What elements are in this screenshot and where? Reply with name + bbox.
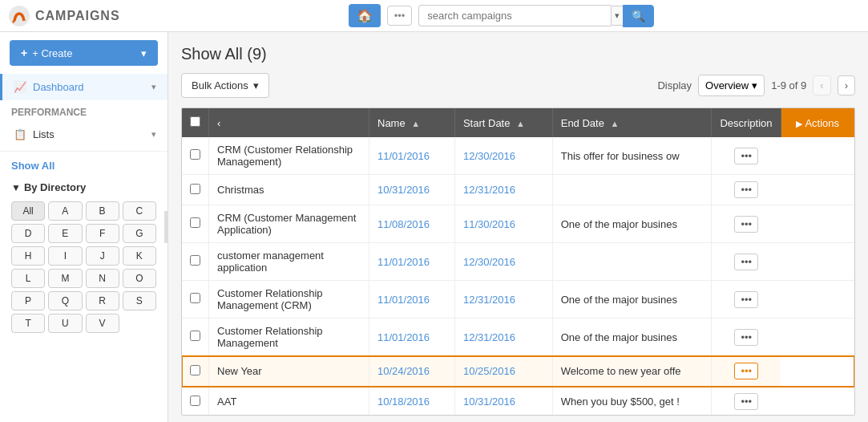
th-start-date[interactable]: Start Date ▲	[454, 108, 552, 137]
dir-btn-i[interactable]: I	[48, 246, 82, 266]
dir-btn-c[interactable]: C	[123, 201, 156, 221]
show-all-link[interactable]: Show All	[0, 155, 168, 177]
select-all-checkbox[interactable]	[190, 116, 200, 127]
lists-chevron-icon: ▾	[151, 129, 156, 140]
row-checkbox-cell[interactable]	[182, 243, 209, 281]
dir-btn-o[interactable]: O	[123, 269, 156, 288]
row-actions-cell-5: •••	[712, 319, 781, 356]
th-end-date[interactable]: End Date ▲	[552, 108, 712, 137]
row-actions-cell-2: •••	[712, 205, 781, 243]
dir-btn-b[interactable]: B	[86, 201, 119, 221]
chart-icon: 📈	[14, 81, 26, 93]
more-options-button[interactable]: •••	[387, 6, 413, 26]
row-checkbox-cell[interactable]	[182, 319, 209, 356]
row-actions-button-7[interactable]: •••	[734, 393, 758, 410]
next-page-button[interactable]: ›	[838, 75, 855, 95]
dir-btn-q[interactable]: Q	[48, 291, 82, 310]
th-name[interactable]: Name ▲	[369, 108, 455, 137]
row-checkbox-0[interactable]	[190, 149, 200, 160]
row-desc-2: One of the major busines	[552, 205, 712, 243]
row-actions-button-0[interactable]: •••	[734, 148, 758, 164]
dir-btn-v[interactable]: V	[86, 314, 119, 333]
overview-label: Overview	[705, 79, 749, 91]
dir-btn-p[interactable]: P	[11, 291, 45, 310]
content-area: Show All (9) Bulk Actions ▾ Display Over…	[168, 32, 868, 422]
row-checkbox-cell[interactable]	[182, 356, 209, 387]
row-checkbox-cell[interactable]	[182, 175, 209, 205]
row-desc-4: One of the major busines	[552, 281, 712, 319]
row-actions-cell-3: •••	[712, 243, 781, 281]
create-button[interactable]: + + Create ▾	[10, 40, 158, 66]
row-checkbox-cell[interactable]	[182, 387, 209, 416]
sidebar-item-dashboard[interactable]: 📈 Dashboard ▾	[0, 74, 168, 100]
nav-center: 🏠 ••• ▾ 🔍	[143, 4, 860, 27]
row-start-date-3: 11/01/2016	[369, 243, 455, 281]
overview-chevron-icon: ▾	[752, 79, 757, 91]
sidebar-item-lists[interactable]: 📋 Lists ▾	[0, 121, 168, 148]
dir-btn-a[interactable]: A	[48, 201, 82, 221]
dir-btn-m[interactable]: M	[48, 269, 82, 288]
th-description[interactable]: Description	[712, 108, 781, 137]
overview-dropdown[interactable]: Overview ▾	[698, 75, 765, 96]
row-actions-button-2[interactable]: •••	[734, 216, 758, 233]
create-label: + Create	[32, 47, 72, 59]
row-actions-button-1[interactable]: •••	[734, 181, 758, 198]
dir-btn-all[interactable]: All	[11, 201, 45, 221]
dir-btn-u[interactable]: U	[48, 314, 82, 333]
row-end-date-5: 12/31/2016	[454, 319, 552, 356]
row-checkbox-4[interactable]	[190, 293, 200, 303]
search-button[interactable]: 🔍	[623, 5, 654, 27]
row-actions-button-4[interactable]: •••	[734, 291, 758, 308]
dir-btn-r[interactable]: R	[86, 291, 119, 310]
row-actions-button-6[interactable]: •••	[734, 363, 758, 379]
dir-btn-f[interactable]: F	[86, 224, 119, 243]
row-start-date-2: 11/08/2016	[369, 205, 455, 243]
sidebar-collapse-handle[interactable]: ‹	[164, 211, 168, 243]
brand-text: CAMPAIGNS	[35, 9, 120, 23]
row-name-cell-6: New Year	[209, 356, 369, 387]
row-checkbox-7[interactable]	[190, 396, 200, 406]
row-actions-button-5[interactable]: •••	[734, 329, 758, 346]
row-name-cell-4: Customer Relationship Management (CRM)	[209, 281, 369, 319]
row-desc-3	[552, 243, 712, 281]
th-checkbox[interactable]	[182, 108, 209, 137]
row-checkbox-2[interactable]	[190, 217, 200, 228]
row-start-date-4: 11/01/2016	[369, 281, 455, 319]
row-desc-5: One of the major busines	[552, 319, 712, 356]
row-checkbox-6[interactable]	[190, 365, 200, 375]
dir-btn-l[interactable]: L	[11, 269, 45, 288]
prev-page-button[interactable]: ‹	[813, 75, 830, 95]
dir-btn-j[interactable]: J	[86, 246, 119, 266]
row-checkbox-5[interactable]	[190, 331, 200, 341]
home-button[interactable]: 🏠	[349, 4, 381, 27]
dir-btn-n[interactable]: N	[86, 269, 119, 288]
dir-btn-e[interactable]: E	[48, 224, 82, 243]
by-directory-toggle[interactable]: ▼ By Directory	[0, 177, 168, 198]
row-actions-cell-0: •••	[712, 137, 781, 175]
row-end-date-3: 12/30/2016	[454, 243, 552, 281]
dir-btn-d[interactable]: D	[11, 224, 45, 243]
search-dropdown-button[interactable]: ▾	[611, 6, 623, 26]
dir-btn-t[interactable]: T	[11, 314, 45, 333]
row-checkbox-cell[interactable]	[182, 205, 209, 243]
th-arrow-col[interactable]: ‹	[209, 108, 369, 137]
row-checkbox-cell[interactable]	[182, 281, 209, 319]
row-actions-button-3[interactable]: •••	[734, 254, 758, 270]
top-nav: CAMPAIGNS 🏠 ••• ▾ 🔍	[0, 0, 868, 32]
row-end-date-2: 11/30/2016	[454, 205, 552, 243]
row-checkbox-3[interactable]	[190, 255, 200, 266]
row-desc-1	[552, 175, 712, 205]
dir-btn-k[interactable]: K	[123, 246, 156, 266]
dashboard-chevron-icon: ▾	[151, 82, 156, 92]
row-end-date-1: 12/31/2016	[454, 175, 552, 205]
th-arrow-icon: ‹	[217, 117, 220, 129]
dir-btn-h[interactable]: H	[11, 246, 45, 266]
row-checkbox-1[interactable]	[190, 184, 200, 194]
dir-btn-g[interactable]: G	[123, 224, 156, 243]
plus-icon: +	[21, 47, 27, 59]
brand-icon	[8, 5, 30, 27]
search-input[interactable]	[418, 5, 611, 26]
bulk-actions-button[interactable]: Bulk Actions ▾	[181, 73, 269, 98]
row-checkbox-cell[interactable]	[182, 137, 209, 175]
dir-btn-s[interactable]: S	[123, 291, 156, 310]
